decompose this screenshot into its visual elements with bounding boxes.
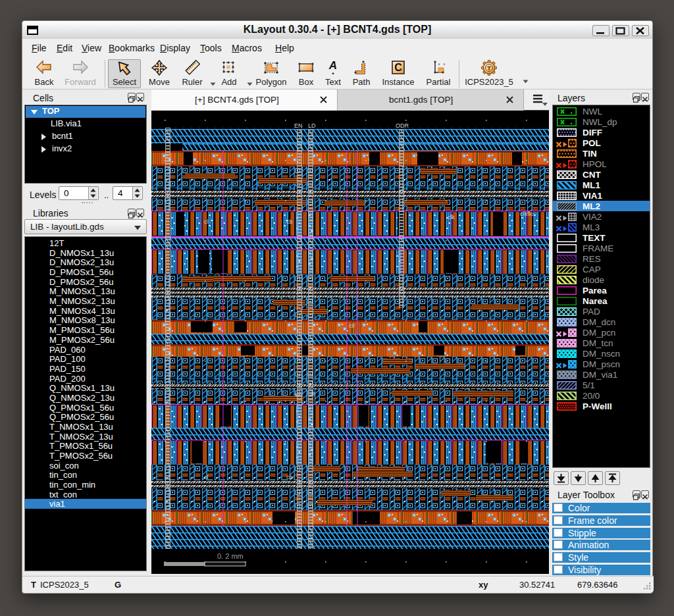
svg-text:clkflo: clkflo (520, 211, 534, 217)
svg-text:A: A (328, 59, 337, 72)
svg-text:cl: cl (204, 474, 209, 480)
svg-text:T: T (487, 65, 491, 72)
svg-text:cl: cl (204, 218, 209, 225)
svg-text:clk: clk (448, 214, 455, 220)
svg-text:cb: cb (286, 474, 293, 480)
svg-text:IR: IR (309, 391, 316, 398)
svg-text:ODR: ODR (396, 122, 409, 129)
svg-text:cb: cb (286, 218, 293, 225)
svg-text:LD: LD (308, 122, 316, 129)
svg-text:EN: EN (294, 122, 303, 129)
svg-text:0. 2 mm: 0. 2 mm (217, 552, 244, 560)
svg-text:clr: clr (349, 322, 355, 329)
svg-text:en: en (295, 391, 301, 398)
svg-text:C: C (394, 62, 402, 73)
